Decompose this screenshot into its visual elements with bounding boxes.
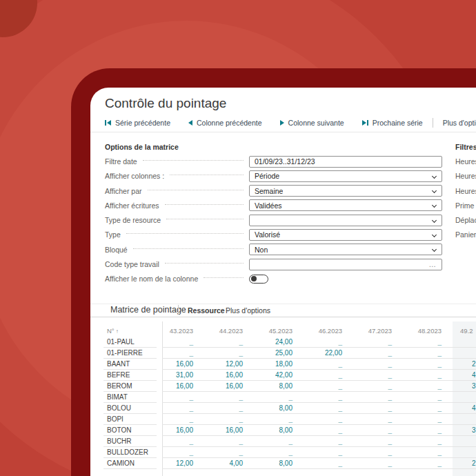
- type-de-resource-dropdown[interactable]: [249, 215, 442, 226]
- empty-cell-link[interactable]: _: [199, 415, 248, 423]
- value-cell-link[interactable]: 16,00: [149, 360, 199, 368]
- value-cell-link[interactable]: 8,00: [248, 426, 298, 434]
- empty-cell-link[interactable]: _: [298, 415, 348, 423]
- afficher-colonnes-dropdown[interactable]: Période: [249, 170, 442, 182]
- value-cell-link[interactable]: 16,00: [149, 382, 199, 390]
- empty-cell-link[interactable]: _: [199, 448, 248, 456]
- more-options-button[interactable]: Plus d'options: [443, 119, 476, 127]
- bloqu-dropdown[interactable]: Non: [249, 244, 442, 255]
- value-cell-link[interactable]: 4,00: [199, 459, 248, 467]
- empty-cell-link[interactable]: _: [149, 349, 199, 357]
- value-cell-link[interactable]: 16,00: [199, 371, 248, 379]
- matrix-menu-more-options[interactable]: Plus d'options: [226, 306, 270, 315]
- column-header-week[interactable]: 45.2023: [248, 327, 298, 335]
- empty-cell-link[interactable]: _: [298, 426, 348, 434]
- row-label-resource[interactable]: BOLOU: [107, 404, 131, 412]
- empty-cell-link[interactable]: _: [397, 437, 447, 445]
- empty-cell-link[interactable]: _: [348, 338, 397, 346]
- empty-cell-link[interactable]: _: [248, 437, 298, 445]
- empty-cell-link[interactable]: _: [348, 415, 397, 423]
- empty-cell-link[interactable]: _: [248, 393, 298, 401]
- empty-cell-link[interactable]: _: [298, 371, 348, 379]
- empty-cell-link[interactable]: _: [199, 349, 248, 357]
- value-cell-clipped[interactable]: 2: [472, 360, 476, 368]
- row-label-resource[interactable]: BULLDOZER: [107, 448, 148, 456]
- empty-cell-link[interactable]: _: [149, 437, 199, 445]
- empty-cell-link[interactable]: _: [298, 338, 348, 346]
- row-label-resource[interactable]: BEFRE: [107, 371, 130, 379]
- matrix-menu-ressource[interactable]: Ressource: [188, 306, 225, 315]
- empty-cell-link[interactable]: _: [199, 437, 248, 445]
- row-label-resource[interactable]: BAANT: [107, 360, 130, 368]
- column-header-no[interactable]: N°↑: [107, 327, 119, 335]
- empty-cell-link[interactable]: _: [397, 338, 447, 346]
- empty-cell-link[interactable]: _: [248, 448, 298, 456]
- column-header-week[interactable]: 48.2023: [397, 327, 447, 335]
- value-cell-link[interactable]: 16,00: [149, 426, 199, 434]
- action-previous-set[interactable]: Série précédente: [105, 119, 170, 127]
- empty-cell-link[interactable]: _: [199, 393, 248, 401]
- action-next-column[interactable]: Colonne suivante: [280, 119, 344, 127]
- column-name-toggle[interactable]: [249, 275, 268, 284]
- value-cell-link[interactable]: 31,00: [149, 371, 199, 379]
- empty-cell-link[interactable]: _: [397, 415, 447, 423]
- empty-cell-link[interactable]: _: [348, 448, 397, 456]
- afficher-par-dropdown[interactable]: Semaine: [249, 185, 442, 197]
- empty-cell-link[interactable]: _: [348, 371, 397, 379]
- code-type-travail-input[interactable]: …: [249, 259, 442, 270]
- empty-cell-link[interactable]: _: [397, 349, 447, 357]
- row-label-resource[interactable]: CAMION: [107, 459, 135, 467]
- row-label-resource[interactable]: BUCHR: [107, 437, 132, 445]
- empty-cell-link[interactable]: _: [298, 448, 348, 456]
- column-header-week[interactable]: 43.2023: [149, 327, 199, 335]
- value-cell-clipped[interactable]: 2: [472, 459, 476, 467]
- empty-cell-link[interactable]: _: [298, 459, 348, 467]
- row-label-resource[interactable]: BIMAT: [107, 393, 128, 401]
- action-previous-column[interactable]: Colonne précédente: [188, 119, 262, 127]
- empty-cell-link[interactable]: _: [199, 404, 248, 412]
- afficher-critures-dropdown[interactable]: Validées: [249, 199, 442, 211]
- empty-cell-link[interactable]: _: [348, 459, 397, 467]
- column-header-week[interactable]: 47.2023: [348, 327, 397, 335]
- row-label-resource[interactable]: BOPI: [107, 415, 123, 423]
- empty-cell-link[interactable]: _: [397, 382, 447, 390]
- empty-cell-link[interactable]: _: [149, 393, 199, 401]
- empty-cell-link[interactable]: _: [298, 360, 348, 368]
- assist-edit-icon[interactable]: …: [429, 260, 437, 268]
- empty-cell-link[interactable]: _: [348, 393, 397, 401]
- value-cell-link[interactable]: 42,00: [248, 371, 298, 379]
- type-dropdown[interactable]: Valorisé: [249, 229, 442, 241]
- empty-cell-link[interactable]: _: [199, 338, 248, 346]
- row-label-resource[interactable]: 01-PAUL: [107, 338, 135, 346]
- empty-cell-link[interactable]: _: [298, 393, 348, 401]
- column-header-week[interactable]: 46.2023: [298, 327, 348, 335]
- row-label-resource[interactable]: BOTON: [107, 426, 131, 434]
- empty-cell-link[interactable]: _: [397, 404, 447, 412]
- value-cell-link[interactable]: 25,00: [248, 349, 298, 357]
- empty-cell-link[interactable]: _: [397, 448, 447, 456]
- empty-cell-link[interactable]: _: [298, 404, 348, 412]
- empty-cell-link[interactable]: _: [298, 437, 348, 445]
- empty-cell-link[interactable]: _: [397, 426, 447, 434]
- value-cell-clipped[interactable]: 3: [472, 382, 476, 390]
- empty-cell-link[interactable]: _: [348, 349, 397, 357]
- empty-cell-link[interactable]: _: [348, 382, 397, 390]
- empty-cell-link[interactable]: _: [248, 415, 298, 423]
- value-cell-link[interactable]: 16,00: [199, 426, 248, 434]
- value-cell-link[interactable]: 8,00: [248, 404, 298, 412]
- empty-cell-link[interactable]: _: [149, 404, 199, 412]
- value-cell-link[interactable]: 8,00: [248, 459, 298, 467]
- value-cell-link[interactable]: 22,00: [298, 349, 348, 357]
- empty-cell-link[interactable]: _: [397, 360, 447, 368]
- empty-cell-link[interactable]: _: [348, 426, 397, 434]
- empty-cell-link[interactable]: _: [348, 437, 397, 445]
- row-label-resource[interactable]: BEROM: [107, 382, 132, 390]
- value-cell-link[interactable]: 18,00: [248, 360, 298, 368]
- empty-cell-link[interactable]: _: [397, 371, 447, 379]
- empty-cell-link[interactable]: _: [348, 404, 397, 412]
- empty-cell-link[interactable]: _: [149, 448, 199, 456]
- empty-cell-link[interactable]: _: [397, 393, 447, 401]
- value-cell-link[interactable]: 12,00: [149, 459, 199, 467]
- column-header-week[interactable]: 44.2023: [199, 327, 248, 335]
- empty-cell-link[interactable]: _: [149, 338, 199, 346]
